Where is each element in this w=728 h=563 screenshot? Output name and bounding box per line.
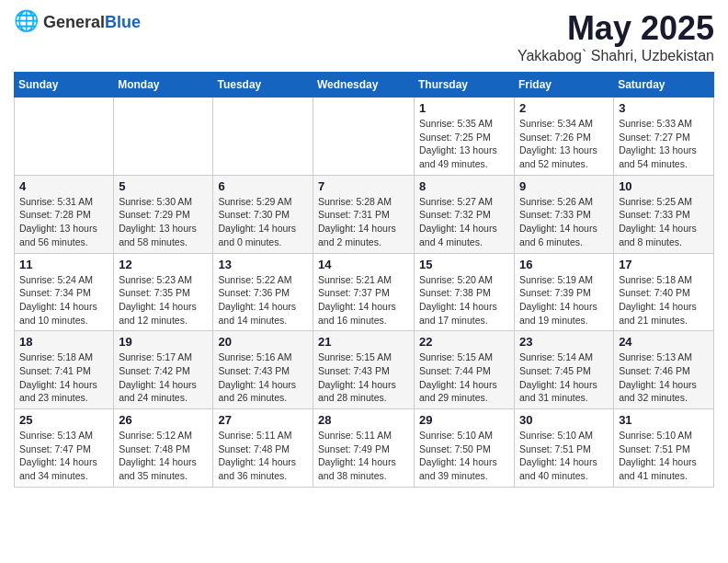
calendar-cell: 10Sunrise: 5:25 AMSunset: 7:33 PMDayligh… bbox=[614, 175, 714, 253]
day-number: 26 bbox=[119, 413, 208, 427]
calendar-cell: 22Sunrise: 5:15 AMSunset: 7:44 PMDayligh… bbox=[415, 331, 515, 409]
month-title: May 2025 bbox=[518, 9, 714, 48]
day-info: Sunrise: 5:10 AMSunset: 7:51 PMDaylight:… bbox=[519, 429, 609, 483]
day-info: Sunrise: 5:25 AMSunset: 7:33 PMDaylight:… bbox=[619, 195, 709, 249]
calendar-cell: 21Sunrise: 5:15 AMSunset: 7:43 PMDayligh… bbox=[313, 331, 415, 409]
day-number: 19 bbox=[119, 335, 208, 349]
calendar-cell: 12Sunrise: 5:23 AMSunset: 7:35 PMDayligh… bbox=[114, 253, 213, 331]
day-info: Sunrise: 5:18 AMSunset: 7:41 PMDaylight:… bbox=[19, 350, 108, 405]
weekday-header: Sunday bbox=[15, 73, 114, 98]
day-info: Sunrise: 5:30 AMSunset: 7:29 PMDaylight:… bbox=[119, 195, 208, 249]
day-number: 16 bbox=[519, 258, 609, 271]
weekday-header: Wednesday bbox=[313, 73, 415, 98]
calendar-table: SundayMondayTuesdayWednesdayThursdayFrid… bbox=[14, 72, 714, 488]
title-area: May 2025 Yakkabog` Shahri, Uzbekistan bbox=[518, 9, 714, 64]
day-info: Sunrise: 5:11 AMSunset: 7:49 PMDaylight:… bbox=[318, 429, 409, 483]
day-info: Sunrise: 5:10 AMSunset: 7:50 PMDaylight:… bbox=[419, 429, 509, 483]
calendar-cell: 30Sunrise: 5:10 AMSunset: 7:51 PMDayligh… bbox=[515, 409, 614, 488]
calendar-cell: 13Sunrise: 5:22 AMSunset: 7:36 PMDayligh… bbox=[213, 253, 313, 331]
day-number: 25 bbox=[19, 413, 108, 427]
day-info: Sunrise: 5:12 AMSunset: 7:48 PMDaylight:… bbox=[119, 429, 208, 483]
day-number: 17 bbox=[619, 258, 709, 271]
calendar-week-row: 25Sunrise: 5:13 AMSunset: 7:47 PMDayligh… bbox=[15, 409, 714, 488]
day-number: 9 bbox=[519, 179, 609, 193]
day-info: Sunrise: 5:15 AMSunset: 7:44 PMDaylight:… bbox=[419, 350, 509, 405]
header: 🌐 GeneralBlue May 2025 Yakkabog` Shahri,… bbox=[14, 9, 714, 64]
calendar-cell bbox=[213, 98, 313, 176]
day-number: 11 bbox=[19, 258, 108, 271]
calendar-cell: 7Sunrise: 5:28 AMSunset: 7:31 PMDaylight… bbox=[313, 175, 415, 253]
day-info: Sunrise: 5:10 AMSunset: 7:51 PMDaylight:… bbox=[619, 429, 709, 483]
day-number: 2 bbox=[519, 101, 609, 115]
calendar-cell: 1Sunrise: 5:35 AMSunset: 7:25 PMDaylight… bbox=[415, 98, 515, 176]
calendar-week-row: 18Sunrise: 5:18 AMSunset: 7:41 PMDayligh… bbox=[15, 331, 714, 409]
weekday-header: Thursday bbox=[415, 73, 515, 98]
calendar-cell: 3Sunrise: 5:33 AMSunset: 7:27 PMDaylight… bbox=[614, 98, 714, 176]
day-number: 12 bbox=[119, 258, 208, 271]
calendar-week-row: 11Sunrise: 5:24 AMSunset: 7:34 PMDayligh… bbox=[15, 253, 714, 331]
svg-text:🌐: 🌐 bbox=[14, 9, 40, 33]
weekday-header: Saturday bbox=[614, 73, 714, 98]
logo-icon: 🌐 bbox=[14, 9, 40, 35]
day-number: 22 bbox=[419, 335, 509, 349]
calendar-cell: 15Sunrise: 5:20 AMSunset: 7:38 PMDayligh… bbox=[415, 253, 515, 331]
calendar-cell bbox=[15, 98, 114, 176]
day-number: 14 bbox=[318, 258, 409, 271]
day-info: Sunrise: 5:33 AMSunset: 7:27 PMDaylight:… bbox=[619, 117, 709, 171]
day-number: 8 bbox=[419, 179, 509, 193]
day-info: Sunrise: 5:18 AMSunset: 7:40 PMDaylight:… bbox=[619, 273, 709, 327]
calendar-cell: 26Sunrise: 5:12 AMSunset: 7:48 PMDayligh… bbox=[114, 409, 213, 488]
calendar-cell: 20Sunrise: 5:16 AMSunset: 7:43 PMDayligh… bbox=[213, 331, 313, 409]
day-number: 29 bbox=[419, 413, 509, 427]
day-info: Sunrise: 5:16 AMSunset: 7:43 PMDaylight:… bbox=[218, 350, 308, 405]
day-number: 20 bbox=[218, 335, 308, 349]
calendar-cell: 17Sunrise: 5:18 AMSunset: 7:40 PMDayligh… bbox=[614, 253, 714, 331]
day-info: Sunrise: 5:19 AMSunset: 7:39 PMDaylight:… bbox=[519, 273, 609, 327]
calendar-cell: 18Sunrise: 5:18 AMSunset: 7:41 PMDayligh… bbox=[15, 331, 114, 409]
day-number: 30 bbox=[519, 413, 609, 427]
calendar-cell: 28Sunrise: 5:11 AMSunset: 7:49 PMDayligh… bbox=[313, 409, 415, 488]
calendar-cell: 8Sunrise: 5:27 AMSunset: 7:32 PMDaylight… bbox=[415, 175, 515, 253]
day-number: 23 bbox=[519, 335, 609, 349]
calendar-cell: 2Sunrise: 5:34 AMSunset: 7:26 PMDaylight… bbox=[515, 98, 614, 176]
calendar-cell bbox=[313, 98, 415, 176]
logo-general: General bbox=[43, 13, 105, 31]
day-number: 3 bbox=[619, 101, 709, 115]
location-title: Yakkabog` Shahri, Uzbekistan bbox=[518, 48, 714, 64]
calendar-cell: 11Sunrise: 5:24 AMSunset: 7:34 PMDayligh… bbox=[15, 253, 114, 331]
calendar-cell: 29Sunrise: 5:10 AMSunset: 7:50 PMDayligh… bbox=[415, 409, 515, 488]
day-number: 31 bbox=[619, 413, 709, 427]
weekday-header: Friday bbox=[515, 73, 614, 98]
day-info: Sunrise: 5:21 AMSunset: 7:37 PMDaylight:… bbox=[318, 273, 409, 327]
day-info: Sunrise: 5:26 AMSunset: 7:33 PMDaylight:… bbox=[519, 195, 609, 249]
day-number: 10 bbox=[619, 179, 709, 193]
day-info: Sunrise: 5:13 AMSunset: 7:46 PMDaylight:… bbox=[619, 350, 709, 405]
weekday-header: Tuesday bbox=[213, 73, 313, 98]
day-number: 27 bbox=[218, 413, 308, 427]
calendar-header-row: SundayMondayTuesdayWednesdayThursdayFrid… bbox=[15, 73, 714, 98]
day-number: 24 bbox=[619, 335, 709, 349]
day-info: Sunrise: 5:15 AMSunset: 7:43 PMDaylight:… bbox=[318, 350, 409, 405]
calendar-cell: 25Sunrise: 5:13 AMSunset: 7:47 PMDayligh… bbox=[15, 409, 114, 488]
day-info: Sunrise: 5:20 AMSunset: 7:38 PMDaylight:… bbox=[419, 273, 509, 327]
day-number: 13 bbox=[218, 258, 308, 271]
day-number: 18 bbox=[19, 335, 108, 349]
logo-blue: Blue bbox=[105, 13, 141, 31]
day-info: Sunrise: 5:35 AMSunset: 7:25 PMDaylight:… bbox=[419, 117, 509, 171]
day-number: 15 bbox=[419, 258, 509, 271]
day-info: Sunrise: 5:27 AMSunset: 7:32 PMDaylight:… bbox=[419, 195, 509, 249]
day-number: 28 bbox=[318, 413, 409, 427]
calendar-cell: 24Sunrise: 5:13 AMSunset: 7:46 PMDayligh… bbox=[614, 331, 714, 409]
calendar-cell: 23Sunrise: 5:14 AMSunset: 7:45 PMDayligh… bbox=[515, 331, 614, 409]
day-info: Sunrise: 5:34 AMSunset: 7:26 PMDaylight:… bbox=[519, 117, 609, 171]
weekday-header: Monday bbox=[114, 73, 213, 98]
day-info: Sunrise: 5:29 AMSunset: 7:30 PMDaylight:… bbox=[218, 195, 308, 249]
day-info: Sunrise: 5:11 AMSunset: 7:48 PMDaylight:… bbox=[218, 429, 308, 483]
calendar-cell: 6Sunrise: 5:29 AMSunset: 7:30 PMDaylight… bbox=[213, 175, 313, 253]
day-info: Sunrise: 5:17 AMSunset: 7:42 PMDaylight:… bbox=[119, 350, 208, 405]
calendar-week-row: 1Sunrise: 5:35 AMSunset: 7:25 PMDaylight… bbox=[15, 98, 714, 176]
day-info: Sunrise: 5:23 AMSunset: 7:35 PMDaylight:… bbox=[119, 273, 208, 327]
day-number: 7 bbox=[318, 179, 409, 193]
day-info: Sunrise: 5:13 AMSunset: 7:47 PMDaylight:… bbox=[19, 429, 108, 483]
day-number: 6 bbox=[218, 179, 308, 193]
